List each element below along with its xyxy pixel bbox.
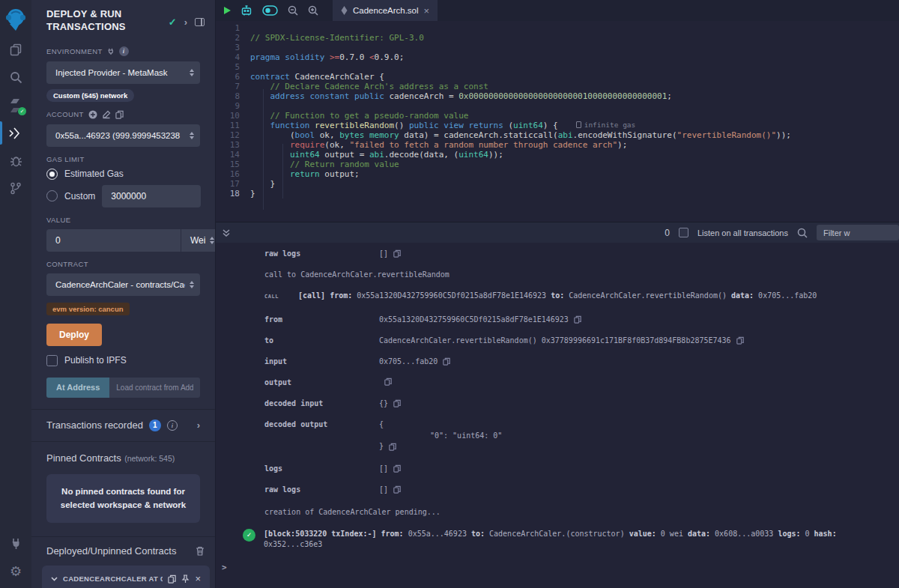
sidebar-item-plugin-manager[interactable]	[0, 530, 31, 557]
main-area: CadenceArch.sol × 12// SPDX-License-Iden…	[216, 0, 899, 588]
remix-logo[interactable]	[0, 3, 31, 36]
panel-header: DEPLOY & RUN TRANSACTIONS ✓ ›	[31, 0, 215, 38]
icon-rail: ✓	[0, 0, 31, 588]
code-line[interactable]: 10 // Function to get a pseudo-random va…	[216, 111, 899, 121]
at-address-button[interactable]: At Address	[46, 378, 109, 398]
ai-assistant-robot-icon[interactable]	[240, 4, 252, 16]
code-line[interactable]: 9	[216, 101, 899, 111]
account-select[interactable]: 0x55a...46923 (999.9999453238	[46, 124, 200, 147]
terminal-block-summary[interactable]: ✓ [block:5033220 txIndex:-] from: 0x55a.…	[243, 529, 899, 550]
code-line[interactable]: 14 uint64 output = abi.decode(data, (uin…	[216, 150, 899, 160]
sidebar-item-debugger[interactable]	[0, 147, 31, 175]
sidebar-item-settings[interactable]: ⚙	[0, 557, 31, 585]
close-icon[interactable]: ×	[424, 5, 430, 16]
code-line[interactable]: 8 address constant public cadenceArch = …	[216, 91, 899, 101]
code-line[interactable]: 5	[216, 62, 899, 72]
line-number: 1	[216, 23, 250, 33]
contract-select[interactable]: CadenceArchCaler - contracts/Cac	[46, 273, 200, 296]
remix-logo-icon	[4, 7, 27, 31]
sidebar-item-search[interactable]	[0, 64, 31, 91]
tab-cadencearch[interactable]: CadenceArch.sol ×	[333, 0, 438, 21]
code-editor[interactable]: 12// SPDX-License-Identifier: GPL-3.034p…	[216, 21, 899, 222]
estimated-gas-option[interactable]: Estimated Gas	[46, 169, 200, 180]
plug-icon	[107, 47, 115, 55]
info-icon[interactable]: i	[119, 46, 129, 56]
transactions-recorded-row[interactable]: Transactions recorded 1 i ›	[31, 410, 215, 441]
editor-toolbar: CadenceArch.sol ×	[216, 0, 899, 21]
sidebar-item-deploy-run[interactable]	[0, 119, 31, 147]
copy-icon[interactable]	[393, 249, 401, 258]
copy-icon[interactable]	[168, 575, 176, 584]
value-unit-select[interactable]: Wei	[181, 229, 216, 252]
line-number: 9	[216, 101, 250, 111]
code-line[interactable]: 6contract CadenceArchCaler {	[216, 72, 899, 82]
code-line[interactable]: 13 require(ok, "failed to fetch a random…	[216, 140, 899, 150]
sidebar-item-solidity-compiler[interactable]: ✓	[0, 91, 31, 119]
collapse-terminal-icon[interactable]	[222, 228, 231, 237]
sidebar-item-git[interactable]	[0, 175, 31, 202]
trash-icon[interactable]	[196, 546, 205, 556]
code-line[interactable]: 18}	[216, 189, 899, 198]
pinned-contracts-section: Pinned Contracts (network: 545) No pinne…	[31, 442, 215, 536]
terminal-prompt[interactable]: >	[222, 563, 899, 572]
chevron-down-icon[interactable]	[51, 577, 58, 581]
load-contract-address-input[interactable]	[109, 378, 200, 398]
terminal-body[interactable]: raw logs [] call to CadenceArchCaler.rev…	[216, 243, 899, 588]
environment-label: ENVIRONMENT i	[46, 46, 200, 56]
deployed-contracts-section: Deployed/Unpinned Contracts CADENCEARCHC…	[31, 537, 215, 588]
terminal-filter-input[interactable]	[817, 225, 899, 240]
custom-gas-option[interactable]: Custom	[46, 185, 200, 207]
code-line[interactable]: 11 function revertibleRandom() public vi…	[216, 121, 899, 130]
value-input[interactable]	[46, 229, 181, 252]
copy-icon[interactable]	[115, 110, 124, 119]
code-line[interactable]: 4pragma solidity >=0.7.0 <0.9.0;	[216, 52, 899, 62]
infinite-gas-annotation: infinite gas	[576, 121, 636, 129]
estimated-gas-option-label: Estimated Gas	[64, 169, 124, 179]
page-title: DEPLOY & RUN TRANSACTIONS	[46, 8, 169, 34]
sidebar-item-file-explorer[interactable]	[0, 36, 31, 64]
terminal-row-raw-logs: raw logs []	[264, 249, 899, 258]
publish-ipfs-option[interactable]: Publish to IPFS	[46, 355, 200, 366]
terminal-row-to: to CadenceArchCaler.revertibleRandom() 0…	[264, 336, 899, 345]
code-line[interactable]: 16 return output;	[216, 169, 899, 179]
chevron-right-icon[interactable]: ›	[184, 16, 187, 28]
code-line[interactable]: 15 // Return random value	[216, 160, 899, 169]
line-number: 11	[216, 121, 250, 130]
code-line[interactable]: 12 (bool ok, bytes memory data) = cadenc…	[216, 130, 899, 140]
copy-icon[interactable]	[574, 315, 581, 324]
copy-icon[interactable]	[393, 399, 401, 407]
close-icon[interactable]: ×	[195, 573, 201, 584]
pin-panel-icon[interactable]	[195, 18, 205, 26]
copilot-toggle-icon[interactable]	[262, 5, 278, 16]
listen-label: Listen on all transactions	[697, 228, 788, 237]
info-icon[interactable]: i	[167, 420, 178, 431]
search-icon[interactable]	[797, 228, 808, 238]
code-line[interactable]: 1	[216, 23, 899, 33]
custom-gas-input[interactable]	[102, 185, 201, 207]
copy-icon[interactable]	[443, 357, 450, 366]
copy-icon[interactable]	[384, 378, 392, 386]
zoom-in-icon[interactable]	[308, 5, 318, 16]
radio-icon[interactable]	[46, 190, 58, 201]
terminal-call-summary[interactable]: call [call] from: 0x55a1320D432759960C5D…	[264, 291, 899, 302]
copy-icon[interactable]	[389, 443, 396, 451]
copy-icon[interactable]	[736, 336, 744, 345]
call-summary-text: [call] from: 0x55a1320D432759960C5Df0215…	[298, 291, 817, 302]
add-account-icon[interactable]	[88, 110, 97, 119]
zoom-out-icon[interactable]	[288, 5, 298, 16]
chevron-right-icon[interactable]: ›	[197, 419, 200, 431]
code-line[interactable]: 17 }	[216, 179, 899, 189]
checkbox-icon[interactable]	[46, 355, 58, 366]
run-script-icon[interactable]	[224, 7, 231, 14]
listen-checkbox[interactable]	[679, 228, 688, 237]
pin-icon[interactable]	[181, 575, 190, 584]
copy-icon[interactable]	[393, 464, 401, 473]
radio-selected-icon[interactable]	[46, 169, 58, 180]
code-line[interactable]: 3	[216, 43, 899, 52]
code-line[interactable]: 2// SPDX-License-Identifier: GPL-3.0	[216, 33, 899, 43]
copy-icon[interactable]	[393, 485, 401, 494]
code-line[interactable]: 7 // Declare Cadence Arch's address as a…	[216, 82, 899, 91]
environment-select[interactable]: Injected Provider - MetaMask	[46, 61, 200, 84]
edit-account-icon[interactable]	[102, 110, 111, 119]
deploy-button[interactable]: Deploy	[46, 324, 102, 346]
